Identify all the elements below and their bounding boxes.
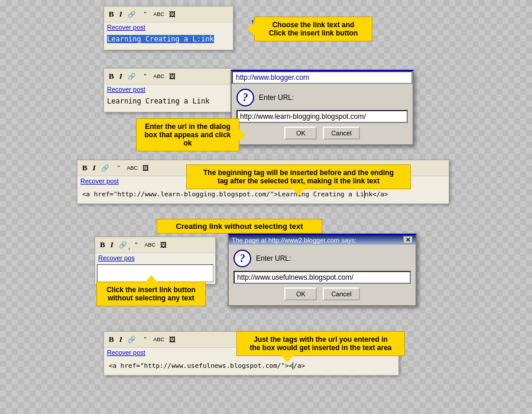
toolbar-2: B I 🔗 " ABC 🖼 [104,69,233,85]
bold-btn-3[interactable]: B [80,163,89,173]
selected-text-1: Learning Creating a L:ink [107,35,214,43]
section-heading-text: Creating link without selecting text [176,222,303,231]
callout-no-select: Click the insert link buttonwithout sele… [96,282,206,306]
callout-arrow-right-2 [239,129,246,141]
dialog-2-titlebar: The page at http://www2.blogger.com says… [229,235,416,245]
dialog-1-label: Enter URL: [259,93,294,102]
image-icon-1: 🖼 [167,8,179,20]
bold-btn-5[interactable]: B [107,334,116,345]
callout-arrow-down-6 [281,355,293,363]
dialog-2-cancel-btn[interactable]: Cancel [323,287,359,300]
callout-arrow-up-5 [145,275,157,282]
link-icon-3[interactable]: 🔗 [99,162,111,174]
recover-post-2[interactable]: Recover post [104,85,233,94]
bold-btn-1[interactable]: B [107,9,116,20]
spell-icon-1: ABC [153,8,165,20]
quote-icon-1: " [140,8,151,20]
dialog-1-urlbar: http://www.blogger.com [232,71,413,84]
quote-icon-2: " [140,70,151,82]
quote-icon-5: " [140,334,151,345]
image-icon-3: 🖼 [140,162,152,174]
callout-just-tags-text: Just the tags with the url you entered i… [249,335,391,352]
dialog-2-url-input[interactable] [233,271,411,284]
callout-arrow-down-3 [293,189,304,196]
recover-post-1[interactable]: Recover post [104,22,233,32]
dialog-1: http://www.blogger.com ? Enter URL: OK C… [231,70,414,145]
quote-icon-4: " [131,239,142,251]
code-content-5: <a href="http://www.usefulnews.blogspot.… [104,357,398,375]
dialog-1-url-input[interactable] [236,110,408,123]
image-icon-2: 🖼 [167,70,179,82]
link-icon-1[interactable]: 🔗 [126,8,138,20]
question-icon-1: ? [236,89,254,106]
spell-icon-3: ABC [126,162,138,174]
dialog-2-buttons: OK Cancel [233,287,411,300]
dialog-1-input-row [236,110,408,123]
italic-btn-5[interactable]: I [118,334,124,345]
dialog-2: The page at http://www2.blogger.com says… [228,234,417,306]
panel-1: B I 🔗 " ABC 🖼 ↑ Recover post Learning Cr… [103,6,233,50]
spell-icon-2: ABC [153,70,165,82]
question-icon-2: ? [233,250,251,267]
bold-btn-2[interactable]: B [107,71,116,82]
quote-icon-3: " [113,162,125,174]
spell-icon-4: ABC [144,239,156,251]
dialog-2-input-row [233,271,411,284]
toolbar-4: B I 🔗 ↑ " ABC 🖼 [95,237,215,253]
callout-tag-inserted-text: The beginning tag will be inserted befor… [203,169,394,185]
cursor-4: ↑ [128,246,131,252]
callout-no-select-text: Click the insert link buttonwithout sele… [106,286,196,302]
callout-choose-link: Choose the link text andClick the insert… [254,17,372,41]
callout-just-tags: Just the tags with the url you entered i… [236,331,405,356]
dialog-1-cancel-btn[interactable]: Cancel [323,127,359,140]
callout-choose-link-text: Choose the link text andClick the insert… [269,21,358,37]
dialog-1-ok-btn[interactable]: OK [284,127,317,140]
dialog-2-body: ? Enter URL: OK Cancel [229,245,416,305]
bold-btn-4[interactable]: B [98,240,107,250]
panel-2: B I 🔗 " ABC 🖼 Recover post Learning Crea… [103,68,233,112]
dialog-1-buttons: OK Cancel [236,127,408,140]
dialog-2-row1: ? Enter URL: [233,250,411,267]
italic-btn-2[interactable]: I [118,71,124,82]
callout-enter-url: Enter the url in the dialogbox that appe… [136,118,239,151]
italic-btn-4[interactable]: I [109,240,115,250]
recover-post-4[interactable]: Recover pos [95,253,215,263]
dialog-2-label: Enter URL: [256,254,291,263]
link-icon-2[interactable]: 🔗 [126,70,138,82]
image-icon-5: 🖼 [167,334,179,345]
dialog-2-close-btn[interactable]: ✕ [403,236,413,244]
spell-icon-5: ABC [153,334,165,345]
dialog-2-title: The page at http://www2.blogger.com says… [232,237,356,244]
text-content-2: Learning Creating a Link [104,94,233,112]
dialog-1-body: ? Enter URL: OK Cancel [232,84,413,144]
section-heading-no-select: Creating link without selecting text [157,219,322,234]
link-icon-4[interactable]: 🔗 ↑ [117,239,129,251]
link-icon-5[interactable]: 🔗 [126,334,138,345]
callout-tag-inserted: The beginning tag will be inserted befor… [186,164,411,189]
dialog-2-ok-btn[interactable]: OK [284,287,317,300]
callout-enter-url-text: Enter the url in the dialogbox that appe… [144,122,231,147]
italic-btn-3[interactable]: I [91,163,98,173]
italic-btn-1[interactable]: I [118,9,124,20]
toolbar-1: B I 🔗 " ABC 🖼 ↑ [104,7,233,22]
dialog-1-row1: ? Enter URL: [236,89,408,106]
text-content-1: Learning Creating a L:ink [104,32,233,50]
image-icon-4: 🖼 [158,239,170,251]
